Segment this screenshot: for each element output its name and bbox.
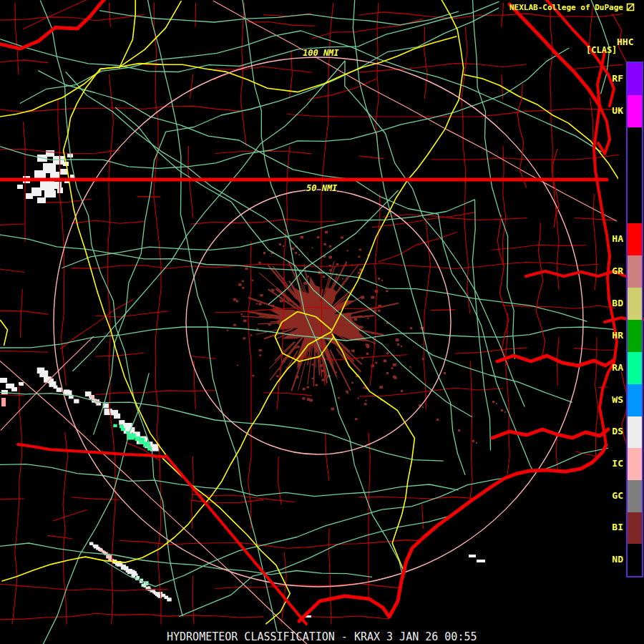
legend-label-BD: BD [612,298,623,308]
legend-label-UK: UK [612,105,623,116]
legend-segment-UK [628,95,642,127]
legend-segment-HA [628,223,642,255]
product-tag: [CLAS] [586,45,617,55]
legend-label-ND: ND [612,554,623,565]
legend-label-HA: HA [612,233,623,244]
legend-label-BI: BI [612,522,623,532]
legend-segment-GC [628,480,642,512]
legend-color-bar [626,62,643,577]
legend-segment-gap [628,127,642,223]
product-name: HHC [617,36,633,47]
brand-text: NEXLAB-College of DuPage [509,3,623,12]
legend-segment-GR [628,255,642,288]
radar-display: NEXLAB-College of DuPage HHC [CLAS] 100 … [0,0,644,644]
legend-segment-RF [628,63,642,95]
flag-icon [625,2,635,12]
legend-label-WS: WS [612,394,623,405]
legend-label-IC: IC [612,458,623,469]
legend-segment-DS [628,416,642,448]
legend-label-RF: RF [612,73,623,84]
product-title: HYDROMETEOR CLASSIFICATION - KRAX 3 JAN … [167,630,477,643]
legend-segment-BD [628,288,642,320]
radar-map-canvas [0,0,644,644]
legend-label-DS: DS [612,426,623,436]
legend-label-GC: GC [612,490,623,501]
legend-segment-IC [628,448,642,480]
legend-segment-BI [628,512,642,544]
legend-label-HR: HR [612,330,623,341]
legend-segment-RA [628,352,642,384]
legend-segment-ND [628,544,642,576]
legend-label-GR: GR [612,265,623,276]
legend-segment-HR [628,320,642,352]
brand: NEXLAB-College of DuPage [509,2,635,12]
legend-segment-WS [628,384,642,416]
ring-label-100nmi: 100 NMI [303,48,339,58]
legend-label-RA: RA [612,362,623,373]
ring-label-50nmi: 50 NMI [306,183,337,193]
